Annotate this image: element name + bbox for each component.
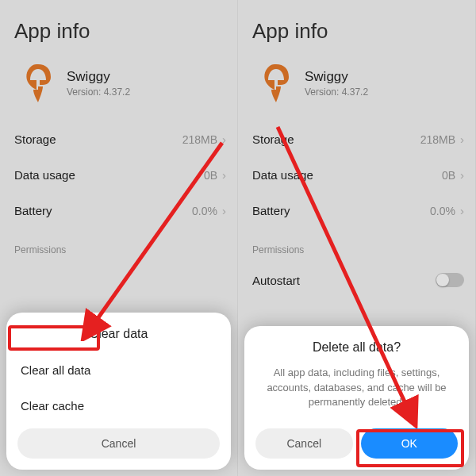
chevron-right-icon: › [460,168,464,182]
sheet-title: Delete all data? [244,326,469,366]
pane-delete-confirm: App info Swiggy Version: 4.37.2 Storage … [238,0,476,476]
cancel-button[interactable]: Cancel [255,428,353,459]
ok-button[interactable]: OK [361,428,459,459]
row-data-usage[interactable]: Data usage 0B› [0,157,237,193]
row-value: 218MB [182,133,217,146]
row-value: 0.0% [430,205,455,217]
app-version: Version: 4.37.2 [305,86,368,98]
chevron-right-icon: › [222,204,226,217]
chevron-right-icon: › [460,132,464,146]
row-storage[interactable]: Storage 218MB› [0,121,237,157]
row-storage[interactable]: Storage 218MB› [238,121,475,157]
row-battery[interactable]: Battery 0.0%› [238,193,475,228]
row-battery[interactable]: Battery 0.0%› [0,193,237,228]
app-header: Swiggy Version: 4.37.2 [238,52,475,121]
page-title: App info [238,0,475,52]
sheet-body: All app data, including files, settings,… [244,366,469,424]
row-label: Autostart [252,274,300,287]
app-version: Version: 4.37.2 [67,86,130,98]
page-title: App info [0,0,237,52]
app-header: Swiggy Version: 4.37.2 [0,52,237,121]
row-label: Storage [252,132,294,146]
pane-clear-data: App info Swiggy Version: 4.37.2 Storage … [0,0,238,476]
section-permissions: Permissions [0,228,237,262]
chevron-right-icon: › [222,168,226,182]
row-label: Data usage [14,168,75,182]
row-value: 218MB [420,133,455,146]
sheet-delete-confirm: Delete all data? All app data, including… [244,326,469,470]
menu-clear-cache[interactable]: Clear cache [6,388,231,424]
row-label: Storage [14,132,56,146]
row-label: Battery [252,204,290,217]
row-label: Data usage [252,168,313,182]
sheet-clear-data: Clear data Clear all data Clear cache Ca… [6,313,231,470]
sheet-title: Clear data [6,313,231,352]
row-value: 0B [442,169,455,182]
app-name: Swiggy [67,69,130,85]
cancel-button[interactable]: Cancel [17,428,220,459]
app-name: Swiggy [305,69,368,85]
section-permissions: Permissions [238,228,475,262]
menu-clear-all-data[interactable]: Clear all data [6,352,231,388]
row-autostart[interactable]: Autostart [238,262,475,298]
swiggy-icon [260,63,292,104]
toggle-icon[interactable] [436,273,464,287]
row-data-usage[interactable]: Data usage 0B› [238,157,475,193]
chevron-right-icon: › [222,132,226,146]
swiggy-icon [22,63,54,104]
row-value: 0.0% [192,205,217,217]
row-value: 0B [204,169,217,182]
chevron-right-icon: › [460,204,464,217]
row-label: Battery [14,204,52,217]
